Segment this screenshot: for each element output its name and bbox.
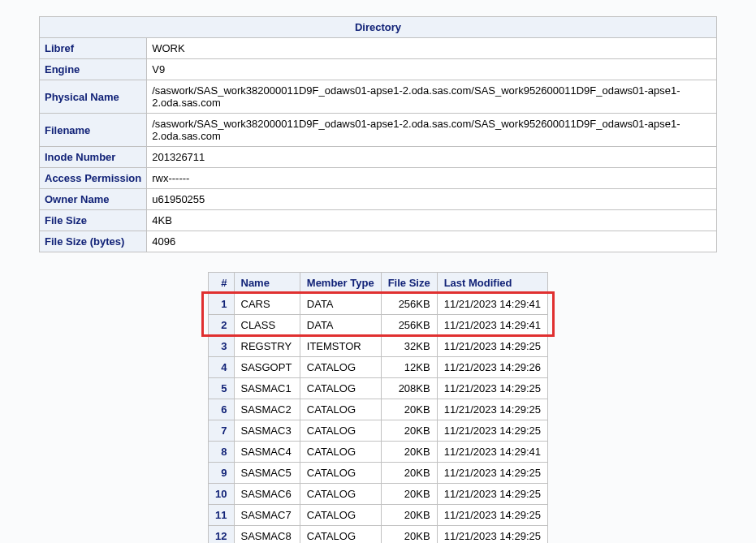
- table-row: 3REGSTRYITEMSTOR32KB11/21/2023 14:29:25: [209, 336, 548, 357]
- cell-size: 20KB: [381, 442, 437, 463]
- cell-num: 9: [209, 463, 234, 484]
- cell-modified: 11/21/2023 14:29:25: [437, 463, 547, 484]
- cell-name: CARS: [234, 294, 300, 315]
- cell-name: SASMAC6: [234, 484, 300, 505]
- members-table: # Name Member Type File Size Last Modifi…: [208, 272, 548, 543]
- members-wrap: # Name Member Type File Size Last Modifi…: [39, 272, 717, 543]
- directory-row: Inode Number201326711: [40, 147, 717, 168]
- cell-type: CATALOG: [300, 357, 381, 378]
- cell-type: CATALOG: [300, 526, 381, 544]
- table-row: 11SASMAC7CATALOG20KB11/21/2023 14:29:25: [209, 505, 548, 526]
- directory-row-label: Engine: [40, 59, 147, 80]
- table-row: 7SASMAC3CATALOG20KB11/21/2023 14:29:25: [209, 420, 548, 442]
- cell-size: 20KB: [381, 420, 437, 442]
- cell-name: REGSTRY: [234, 336, 300, 357]
- cell-type: DATA: [300, 294, 381, 315]
- cell-type: CATALOG: [300, 442, 381, 463]
- cell-modified: 11/21/2023 14:29:25: [437, 399, 547, 420]
- cell-size: 32KB: [381, 336, 437, 357]
- cell-type: CATALOG: [300, 378, 381, 399]
- cell-type: CATALOG: [300, 484, 381, 505]
- cell-modified: 11/21/2023 14:29:41: [437, 442, 547, 463]
- cell-modified: 11/21/2023 14:29:25: [437, 484, 547, 505]
- directory-row-label: Owner Name: [40, 189, 147, 210]
- cell-modified: 11/21/2023 14:29:26: [437, 357, 547, 378]
- cell-type: DATA: [300, 315, 381, 336]
- directory-row-value: WORK: [147, 38, 717, 59]
- table-row: 8SASMAC4CATALOG20KB11/21/2023 14:29:41: [209, 442, 548, 463]
- cell-num: 7: [209, 420, 234, 442]
- cell-modified: 11/21/2023 14:29:25: [437, 336, 547, 357]
- cell-name: SASMAC3: [234, 420, 300, 442]
- directory-row: Filename/saswork/SAS_work382000011D9F_od…: [40, 114, 717, 147]
- directory-row-value: 4096: [147, 231, 717, 252]
- cell-modified: 11/21/2023 14:29:25: [437, 526, 547, 544]
- cell-num: 10: [209, 484, 234, 505]
- col-modified: Last Modified: [437, 273, 547, 294]
- cell-size: 20KB: [381, 505, 437, 526]
- cell-name: SASMAC4: [234, 442, 300, 463]
- cell-num: 12: [209, 526, 234, 544]
- table-row: 2CLASSDATA256KB11/21/2023 14:29:41: [209, 315, 548, 336]
- cell-size: 20KB: [381, 526, 437, 544]
- cell-size: 256KB: [381, 294, 437, 315]
- cell-type: CATALOG: [300, 399, 381, 420]
- directory-row: Access Permissionrwx------: [40, 168, 717, 189]
- directory-title: Directory: [40, 17, 717, 38]
- cell-size: 208KB: [381, 378, 437, 399]
- table-row: 6SASMAC2CATALOG20KB11/21/2023 14:29:25: [209, 399, 548, 420]
- cell-type: CATALOG: [300, 505, 381, 526]
- directory-row-label: Access Permission: [40, 168, 147, 189]
- directory-row-value: u61950255: [147, 189, 717, 210]
- cell-size: 256KB: [381, 315, 437, 336]
- directory-row-label: File Size (bytes): [40, 231, 147, 252]
- directory-row: Owner Nameu61950255: [40, 189, 717, 210]
- directory-row-label: Inode Number: [40, 147, 147, 168]
- directory-row-label: Libref: [40, 38, 147, 59]
- cell-num: 11: [209, 505, 234, 526]
- col-type: Member Type: [300, 273, 381, 294]
- cell-num: 4: [209, 357, 234, 378]
- cell-modified: 11/21/2023 14:29:25: [437, 505, 547, 526]
- directory-row-value: /saswork/SAS_work382000011D9F_odaws01-ap…: [147, 114, 717, 147]
- cell-modified: 11/21/2023 14:29:25: [437, 378, 547, 399]
- directory-row: File Size (bytes)4096: [40, 231, 717, 252]
- cell-num: 5: [209, 378, 234, 399]
- cell-modified: 11/21/2023 14:29:41: [437, 294, 547, 315]
- col-name: Name: [234, 273, 300, 294]
- directory-row-value: rwx------: [147, 168, 717, 189]
- cell-size: 20KB: [381, 399, 437, 420]
- table-row: 1CARSDATA256KB11/21/2023 14:29:41: [209, 294, 548, 315]
- directory-row-label: Physical Name: [40, 80, 147, 114]
- cell-num: 6: [209, 399, 234, 420]
- cell-modified: 11/21/2023 14:29:41: [437, 315, 547, 336]
- directory-row: File Size4KB: [40, 210, 717, 231]
- directory-row-label: Filename: [40, 114, 147, 147]
- directory-table: Directory LibrefWORKEngineV9Physical Nam…: [39, 16, 717, 252]
- cell-size: 20KB: [381, 463, 437, 484]
- table-row: 9SASMAC5CATALOG20KB11/21/2023 14:29:25: [209, 463, 548, 484]
- col-num: #: [209, 273, 234, 294]
- directory-row: LibrefWORK: [40, 38, 717, 59]
- cell-num: 3: [209, 336, 234, 357]
- table-row: 5SASMAC1CATALOG208KB11/21/2023 14:29:25: [209, 378, 548, 399]
- directory-row: EngineV9: [40, 59, 717, 80]
- cell-size: 20KB: [381, 484, 437, 505]
- directory-row-value: 201326711: [147, 147, 717, 168]
- directory-row-value: /saswork/SAS_work382000011D9F_odaws01-ap…: [147, 80, 717, 114]
- table-row: 10SASMAC6CATALOG20KB11/21/2023 14:29:25: [209, 484, 548, 505]
- cell-num: 2: [209, 315, 234, 336]
- cell-modified: 11/21/2023 14:29:25: [437, 420, 547, 442]
- table-row: 12SASMAC8CATALOG20KB11/21/2023 14:29:25: [209, 526, 548, 544]
- cell-name: SASMAC2: [234, 399, 300, 420]
- cell-type: CATALOG: [300, 463, 381, 484]
- report-container: Directory LibrefWORKEngineV9Physical Nam…: [0, 0, 756, 543]
- directory-row-value: 4KB: [147, 210, 717, 231]
- cell-num: 1: [209, 294, 234, 315]
- cell-type: CATALOG: [300, 420, 381, 442]
- cell-num: 8: [209, 442, 234, 463]
- directory-row-value: V9: [147, 59, 717, 80]
- cell-type: ITEMSTOR: [300, 336, 381, 357]
- cell-name: CLASS: [234, 315, 300, 336]
- directory-row-label: File Size: [40, 210, 147, 231]
